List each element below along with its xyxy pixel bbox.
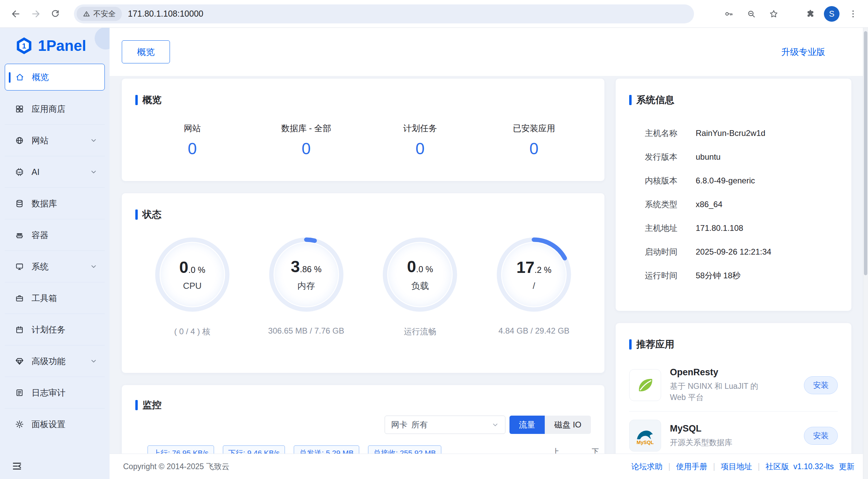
1panel-logo-icon: 1 — [15, 37, 33, 55]
link-separator: | — [713, 462, 715, 471]
mysql-dolphin-icon: MySQL — [634, 425, 656, 446]
card-title-text: 概览 — [142, 94, 161, 106]
sidebar-item-system[interactable]: 系统 — [5, 251, 105, 282]
info-value: ubuntu — [696, 152, 720, 162]
openresty-leaf-icon — [635, 375, 656, 396]
reload-button[interactable] — [45, 4, 65, 24]
sidebar-item-cron[interactable]: 计划任务 — [5, 314, 105, 345]
gauge-label: CPU — [183, 281, 201, 291]
copyright-text: Copyright © 2014-2025 飞致云 — [123, 461, 230, 472]
sidebar-item-container[interactable]: 容器 — [5, 219, 105, 251]
gauge-subtext: 306.65 MB / 7.76 GB — [268, 326, 344, 336]
stat-label: 已安装应用 — [477, 123, 591, 134]
info-value: 171.80.1.108 — [696, 223, 743, 233]
security-warning-chip[interactable]: 不安全 — [77, 7, 122, 21]
user-manual-link[interactable]: 使用手册 — [676, 461, 707, 472]
chevron-down-icon — [90, 357, 97, 365]
gauge-int: 0 — [179, 258, 189, 277]
sidebar-item-advanced[interactable]: 高级功能 — [5, 345, 105, 377]
address-bar[interactable]: 不安全 171.80.1.108:10000 — [74, 4, 694, 23]
stat-value-link[interactable]: 0 — [135, 139, 249, 158]
sidebar-item-settings[interactable]: 面板设置 — [5, 408, 105, 440]
warning-triangle-icon — [83, 10, 90, 18]
sidebar-item-label: 工具箱 — [32, 293, 57, 304]
toolbox-icon — [15, 294, 24, 303]
sidebar-item-ai[interactable]: AI AI — [5, 156, 105, 188]
extensions-button[interactable] — [802, 5, 819, 23]
tab-overview[interactable]: 概览 — [122, 40, 170, 63]
overview-card: 概览 网站 0 数据库 - 全部 0 计划任务 0 已安装应用 0 — [122, 79, 604, 181]
traffic-tab-button[interactable]: 流量 — [509, 416, 545, 434]
community-edition-link[interactable]: 社区版 — [766, 461, 789, 472]
select-prefix: 网卡 — [391, 419, 407, 430]
network-interface-select[interactable]: 网卡 所有 — [385, 416, 505, 434]
collapse-sidebar-button[interactable] — [12, 459, 28, 474]
browser-menu-button[interactable] — [844, 5, 862, 23]
app-name: MySQL — [670, 423, 795, 434]
app-name: OpenResty — [670, 367, 795, 378]
upgrade-pro-link[interactable]: 升级专业版 — [781, 46, 825, 58]
project-repo-link[interactable]: 项目地址 — [721, 461, 752, 472]
gauge-subtext: ( 0 / 4 ) 核 — [174, 326, 211, 337]
sidebar-item-label: 概览 — [32, 72, 49, 83]
calendar-icon — [15, 325, 24, 334]
forum-help-link[interactable]: 论坛求助 — [631, 461, 662, 472]
system-monitor-icon — [15, 262, 24, 271]
stat-databases: 数据库 - 全部 0 — [249, 123, 363, 158]
sidebar-item-overview[interactable]: 概览 — [5, 64, 105, 91]
bookmark-button[interactable] — [765, 5, 783, 23]
forward-button[interactable] — [26, 4, 45, 24]
page-scrollbar — [863, 28, 868, 479]
sidebar-item-logs[interactable]: 日志审计 — [5, 377, 105, 408]
brand-logo[interactable]: 1 1Panel — [0, 28, 110, 62]
chevron-down-icon — [90, 137, 97, 144]
gear-icon — [15, 420, 24, 429]
svg-text:AI: AI — [18, 171, 21, 174]
gauge-int: 17 — [516, 258, 534, 277]
gauge-frac: .0 % — [188, 265, 205, 275]
gauge-root-disk: 17.2 % / 4.84 GB / 29.42 GB — [477, 235, 591, 337]
log-document-icon — [15, 388, 24, 397]
zoom-button[interactable] — [742, 5, 760, 23]
security-label: 不安全 — [93, 9, 116, 19]
update-link[interactable]: 更新 — [839, 461, 854, 472]
sidebar-item-database[interactable]: 数据库 — [5, 188, 105, 219]
brand-name: 1Panel — [38, 37, 86, 54]
sidebar-item-label: 高级功能 — [32, 356, 65, 367]
stat-label: 数据库 - 全部 — [249, 123, 363, 134]
stat-value-link[interactable]: 0 — [477, 139, 591, 158]
password-key-button[interactable] — [720, 5, 738, 23]
install-openresty-button[interactable]: 安装 — [804, 376, 838, 394]
back-button[interactable] — [6, 4, 26, 24]
recommended-apps-list: OpenResty 基于 NGINX 和 LuaJIT 的 Web 平台 安装 … — [629, 367, 838, 452]
diamond-icon — [15, 357, 24, 366]
disk-io-tab-button[interactable]: 磁盘 IO — [545, 416, 591, 434]
gauge-frac: .2 % — [535, 265, 552, 275]
info-row-distro: 发行版本ubuntu — [645, 145, 838, 169]
info-value: x86_64 — [696, 200, 722, 209]
sidebar-item-website[interactable]: 网站 — [5, 125, 105, 156]
chevron-down-icon — [90, 168, 97, 176]
chevron-down-icon — [90, 263, 97, 270]
stat-value-link[interactable]: 0 — [363, 139, 477, 158]
sidebar-item-label: 应用商店 — [32, 103, 65, 115]
ai-chip-icon: AI — [15, 167, 24, 177]
sidebar-item-toolbox[interactable]: 工具箱 — [5, 282, 105, 314]
puzzle-icon — [806, 9, 815, 19]
gauge-readout: 3.86 % 内存 — [274, 243, 338, 306]
install-mysql-button[interactable]: 安装 — [804, 427, 838, 445]
scrollbar-thumb[interactable] — [864, 31, 867, 275]
gauge-readout: 0.0 % 负载 — [388, 243, 452, 306]
gauge-label: 内存 — [297, 280, 315, 292]
app-description: 基于 NGINX 和 LuaJIT 的 Web 平台 — [670, 381, 775, 403]
title-marker — [629, 339, 632, 350]
info-label: 发行版本 — [645, 152, 696, 162]
star-icon — [769, 9, 778, 19]
gauge-subtext: 4.84 GB / 29.42 GB — [498, 326, 569, 336]
globe-icon — [15, 136, 24, 145]
app-grid-icon — [15, 104, 24, 114]
profile-avatar[interactable]: S — [824, 6, 840, 22]
sidebar-item-label: 日志审计 — [32, 387, 65, 398]
sidebar-item-app-store[interactable]: 应用商店 — [5, 93, 105, 125]
stat-value-link[interactable]: 0 — [249, 139, 363, 158]
